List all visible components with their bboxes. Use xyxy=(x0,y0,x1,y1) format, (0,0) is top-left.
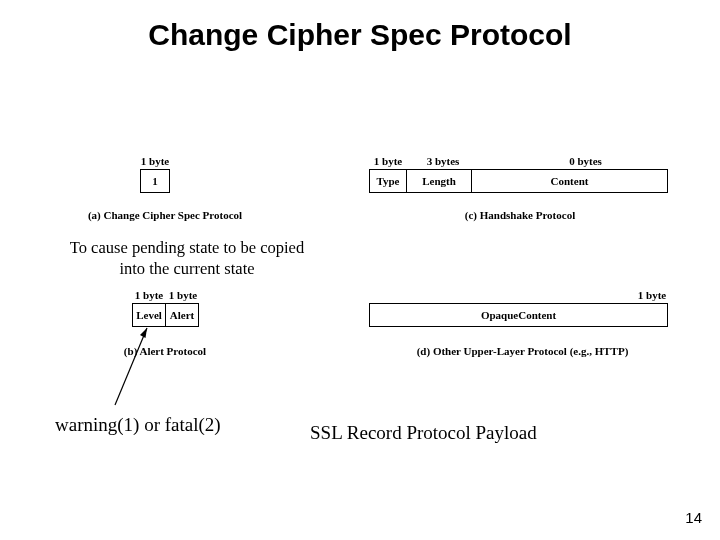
b-byte-alert: 1 byte xyxy=(166,289,200,301)
svg-marker-1 xyxy=(140,328,147,338)
c-cell-type: Type xyxy=(369,169,407,193)
arrow-warning-to-level xyxy=(105,310,165,420)
svg-line-0 xyxy=(115,328,147,405)
note-pending-state: To cause pending state to be copied into… xyxy=(47,238,327,279)
slide-title: Change Cipher Spec Protocol xyxy=(0,0,720,52)
c-caption: (c) Handshake Protocol xyxy=(445,209,595,221)
a-caption: (a) Change Cipher Spec Protocol xyxy=(80,209,250,221)
c-byte-content: 0 bytes xyxy=(503,155,668,167)
note-warning-fatal: warning(1) or fatal(2) xyxy=(55,413,221,437)
c-byte-length: 3 bytes xyxy=(415,155,471,167)
b-cell-alert: Alert xyxy=(165,303,199,327)
d-bytelabel: 1 byte xyxy=(632,289,672,301)
a-bytelabel: 1 byte xyxy=(140,155,170,167)
a-cell: 1 xyxy=(140,169,170,193)
page-number: 14 xyxy=(685,509,702,526)
c-cell-content: Content xyxy=(471,169,668,193)
b-byte-level: 1 byte xyxy=(132,289,166,301)
d-cell: OpaqueContent xyxy=(369,303,668,327)
c-cell-length: Length xyxy=(406,169,472,193)
d-caption: (d) Other Upper-Layer Protocol (e.g., HT… xyxy=(405,345,640,357)
note-ssl-payload: SSL Record Protocol Payload xyxy=(310,421,537,445)
c-byte-type: 1 byte xyxy=(369,155,407,167)
